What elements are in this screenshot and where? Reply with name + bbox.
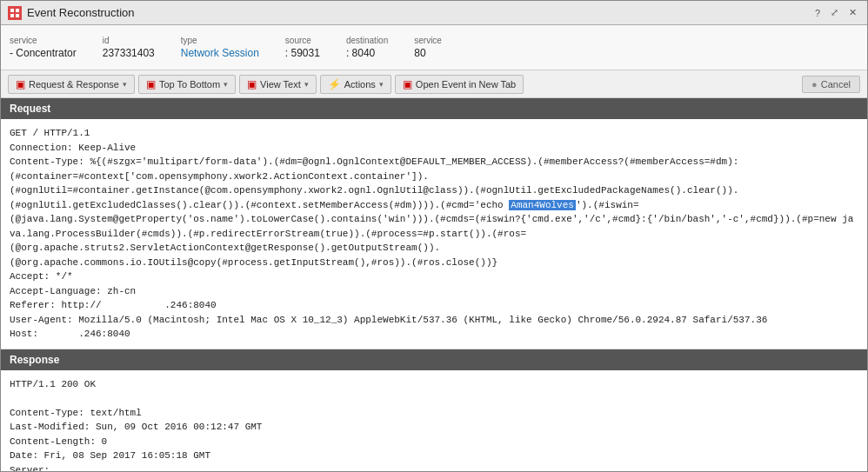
req-resp-label: Request & Response <box>29 79 119 90</box>
view-text-button[interactable]: ▣ View Text ▾ <box>239 75 317 94</box>
source-value: : 59031 <box>285 47 320 59</box>
actions-label: Actions <box>344 79 376 90</box>
request-body: GET / HTTP/1.1 Connection: Keep-Alive Co… <box>1 119 867 349</box>
request-line3: Content-Type: %{(#szgx='multipart/form-d… <box>10 156 738 167</box>
content-area: Request GET / HTTP/1.1 Connection: Keep-… <box>1 98 867 471</box>
request-line7: (@java.lang.System@getProperty('os.name'… <box>10 214 853 239</box>
svg-rect-3 <box>16 14 19 17</box>
service-label: service <box>10 36 77 45</box>
request-line1: GET / HTTP/1.1 <box>10 128 90 138</box>
request-line13: User-Agent: Mozilla/5.0 (Macintosh; Inte… <box>10 315 767 325</box>
help-button[interactable]: ? <box>811 7 824 19</box>
request-line2: Connection: Keep-Alive <box>10 143 136 153</box>
top-bottom-label: Top To Bottom <box>159 79 220 90</box>
actions-chevron: ▾ <box>379 80 384 89</box>
request-line5: (#ognlUtil=#container.getInstance(@com.o… <box>10 185 738 196</box>
top-bottom-chevron: ▾ <box>224 80 228 89</box>
service2-label: service <box>414 36 442 45</box>
source-label: source <box>285 36 320 45</box>
request-line12: Referer: http:// .246:8040 <box>10 300 217 310</box>
meta-source: source : 59031 <box>285 36 320 59</box>
svg-rect-2 <box>10 14 14 17</box>
request-line8: (@org.apache.struts2.ServletActionContex… <box>10 243 440 253</box>
window-icon <box>8 6 22 20</box>
title-bar-left: Event Reconstruction <box>8 6 135 20</box>
request-line6: (#ognlUtil.getExcludedClasses().clear())… <box>10 200 509 210</box>
request-line9: (@org.apache.commons.io.IOUtils@copy(#pr… <box>10 257 497 268</box>
title-bar-controls: ? ⤢ ✕ <box>811 6 860 19</box>
cancel-icon: ● <box>811 79 818 90</box>
open-event-icon: ▣ <box>403 78 412 90</box>
response-header: Response <box>1 349 867 370</box>
meta-service2: service 80 <box>414 36 442 59</box>
close-button[interactable]: ✕ <box>845 6 860 19</box>
type-label: type <box>181 36 259 45</box>
event-reconstruction-window: Event Reconstruction ? ⤢ ✕ service - Con… <box>0 0 868 472</box>
minimize-button[interactable]: ⤢ <box>827 6 842 19</box>
top-bottom-icon: ▣ <box>146 78 156 90</box>
cancel-label: Cancel <box>821 79 851 90</box>
highlight-text: Aman4Wolves <box>509 200 576 210</box>
request-line14: Host: .246:8040 <box>10 329 130 339</box>
svg-rect-0 <box>10 9 14 12</box>
open-event-button[interactable]: ▣ Open Event in New Tab <box>395 75 524 94</box>
svg-rect-1 <box>16 9 19 12</box>
title-bar: Event Reconstruction ? ⤢ ✕ <box>1 1 867 25</box>
view-text-icon: ▣ <box>247 78 257 90</box>
meta-destination: destination : 8040 <box>346 36 388 59</box>
actions-button[interactable]: ⚡ Actions ▾ <box>320 75 391 94</box>
req-resp-button[interactable]: ▣ Request & Response ▾ <box>8 75 135 94</box>
request-header: Request <box>1 98 867 119</box>
window-title: Event Reconstruction <box>27 6 135 19</box>
actions-icon: ⚡ <box>328 78 341 90</box>
request-line6b: ').(#iswin= <box>576 200 639 210</box>
destination-value: : 8040 <box>346 47 388 59</box>
type-value: Network Session <box>181 47 259 59</box>
id-label: id <box>103 36 155 45</box>
id-value: 237331403 <box>103 47 155 59</box>
view-text-label: View Text <box>260 79 301 90</box>
view-text-chevron: ▾ <box>304 80 309 89</box>
service2-value: 80 <box>414 47 442 59</box>
request-line10: Accept: */* <box>10 271 73 282</box>
open-event-label: Open Event in New Tab <box>416 79 516 90</box>
req-resp-icon: ▣ <box>16 78 25 90</box>
response-section: Response HTTP/1.1 200 OK Content-Type: t… <box>1 349 867 472</box>
top-bottom-button[interactable]: ▣ Top To Bottom ▾ <box>138 75 236 94</box>
request-line11: Accept-Language: zh-cn <box>10 286 136 296</box>
destination-label: destination <box>346 36 388 45</box>
meta-service: service - Concentrator <box>10 36 77 59</box>
req-resp-chevron: ▾ <box>123 80 127 89</box>
service-value: - Concentrator <box>10 47 77 59</box>
meta-type: type Network Session <box>181 36 259 59</box>
meta-id: id 237331403 <box>103 36 155 59</box>
response-body: HTTP/1.1 200 OK Content-Type: text/html … <box>1 370 867 472</box>
cancel-button[interactable]: ● Cancel <box>802 76 860 93</box>
request-line4: (#container=#context['com.opensymphony.x… <box>10 171 429 182</box>
meta-bar: service - Concentrator id 237331403 type… <box>1 25 867 70</box>
toolbar: ▣ Request & Response ▾ ▣ Top To Bottom ▾… <box>1 70 867 98</box>
